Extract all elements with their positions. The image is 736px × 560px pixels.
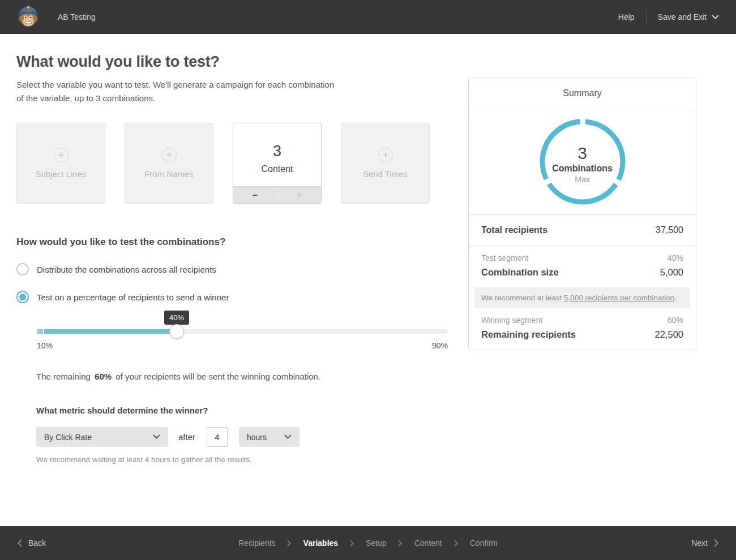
chevron-right-icon <box>454 540 458 546</box>
summary-panel: Summary 3 Combinations Max Total recipie… <box>468 77 696 350</box>
save-and-exit-button[interactable]: Save and Exit <box>658 12 719 21</box>
combination-size-label: Combination size <box>481 267 559 278</box>
top-bar: AB Testing Help Save and Exit <box>0 0 736 34</box>
combination-size-value: 5,000 <box>660 267 683 278</box>
plus-icon <box>378 148 393 162</box>
step-confirm[interactable]: Confirm <box>470 539 498 548</box>
chevron-right-icon <box>350 540 354 546</box>
variation-stepper: – + <box>233 186 321 203</box>
summary-title: Summary <box>469 77 696 109</box>
radio-selected-icon[interactable] <box>16 291 29 303</box>
content-variations-count: 3 <box>273 143 281 160</box>
slider-value-tooltip: 40% <box>164 311 189 325</box>
ring-sublabel: Max <box>575 175 589 184</box>
winning-segment-block: Winning segment 60% Remaining recipients… <box>469 308 696 350</box>
test-percentage-slider: 40% 10% 90% <box>37 329 448 350</box>
slider-fill <box>37 329 177 334</box>
chevron-left-icon <box>17 539 22 547</box>
combinations-question: How would you like to test the combinati… <box>16 236 452 248</box>
chevron-down-icon <box>712 15 719 20</box>
combinations-ring-section: 3 Combinations Max <box>469 109 696 215</box>
winning-segment-label: Winning segment <box>481 316 542 325</box>
metric-select[interactable]: By Click Rate <box>36 427 168 447</box>
chevron-down-icon <box>284 434 292 440</box>
topbar-divider <box>646 10 647 24</box>
remaining-percentage-value: 60% <box>95 372 112 381</box>
mailchimp-freddie-logo-icon <box>17 5 40 29</box>
radio-unselected-icon[interactable] <box>16 263 29 275</box>
back-button[interactable]: Back <box>17 539 46 548</box>
metric-note: We recommend waiting at least 4 hours to… <box>36 455 452 464</box>
card-content-selected[interactable]: 3 Content – + <box>233 123 322 204</box>
total-recipients-label: Total recipients <box>481 225 547 235</box>
wizard-footer: Back Recipients Variables Setup Content … <box>0 526 736 560</box>
ring-count: 3 <box>577 144 587 162</box>
metric-question: What metric should determine the winner? <box>36 406 452 415</box>
recommendation-link[interactable]: 5,000 recipients per combination <box>564 294 674 302</box>
step-setup[interactable]: Setup <box>366 539 387 548</box>
ring-label: Combinations <box>552 163 613 174</box>
time-unit-select[interactable]: hours <box>239 427 299 447</box>
chevron-down-icon <box>153 434 160 440</box>
card-label: From Names <box>144 169 194 179</box>
slider-min-cap <box>37 329 44 334</box>
variable-cards: Subject Lines From Names 3 Content – + <box>16 123 452 204</box>
next-button[interactable]: Next <box>691 539 719 548</box>
slider-track[interactable]: 40% <box>37 329 448 334</box>
total-recipients-value: 37,500 <box>656 225 683 235</box>
total-recipients-row: Total recipients 37,500 <box>469 215 696 246</box>
metric-select-value: By Click Rate <box>44 433 92 442</box>
card-send-times[interactable]: Send Times <box>341 123 430 204</box>
wizard-steps: Recipients Variables Setup Content Confi… <box>238 539 498 548</box>
step-content[interactable]: Content <box>414 539 442 548</box>
help-link[interactable]: Help <box>618 12 635 21</box>
chevron-right-icon <box>288 540 292 546</box>
test-segment-label: Test segment <box>481 253 528 262</box>
slider-min-label: 10% <box>37 341 53 350</box>
increase-variations-button[interactable]: + <box>277 187 321 203</box>
slider-handle[interactable] <box>169 324 184 339</box>
after-label: after <box>178 432 195 442</box>
chevron-right-icon <box>714 539 719 547</box>
test-segment-value: 40% <box>667 253 683 262</box>
plus-icon <box>162 148 177 162</box>
remaining-recipients-label: Remaining recipients <box>481 329 576 340</box>
radio-option-distribute[interactable]: Distribute the combinations across all r… <box>16 263 452 275</box>
card-label: Content <box>261 164 293 174</box>
decrease-variations-button[interactable]: – <box>233 187 277 203</box>
card-label: Subject Lines <box>35 169 86 179</box>
slider-max-label: 90% <box>432 341 448 350</box>
metric-controls: By Click Rate after hours <box>36 427 452 447</box>
step-variables-active[interactable]: Variables <box>303 539 339 548</box>
chevron-right-icon <box>399 540 403 546</box>
step-recipients[interactable]: Recipients <box>238 539 275 548</box>
page-subtitle: Select the variable you want to test. We… <box>16 78 452 105</box>
wait-hours-input[interactable] <box>207 427 228 447</box>
app-title: AB Testing <box>58 12 96 21</box>
test-segment-block: Test segment 40% Combination size 5,000 <box>469 246 696 287</box>
winning-segment-value: 60% <box>667 316 683 325</box>
page-title: What would you like to test? <box>16 53 452 71</box>
recommendation-banner: We recommend at least 5,000 recipients p… <box>474 287 690 308</box>
radio-option-test-percentage[interactable]: Test on a percentage of recipients to se… <box>16 291 452 303</box>
plus-icon <box>54 148 69 162</box>
remaining-recipients-value: 22,500 <box>655 329 683 340</box>
main-content: What would you like to test? Select the … <box>0 34 736 526</box>
time-unit-value: hours <box>247 433 267 442</box>
save-and-exit-label: Save and Exit <box>658 12 707 21</box>
remaining-recipients-note: The remaining 60% of your recipients wil… <box>36 372 452 381</box>
card-subject-lines[interactable]: Subject Lines <box>16 123 105 204</box>
card-label: Send Times <box>363 169 408 179</box>
card-from-names[interactable]: From Names <box>125 123 213 204</box>
